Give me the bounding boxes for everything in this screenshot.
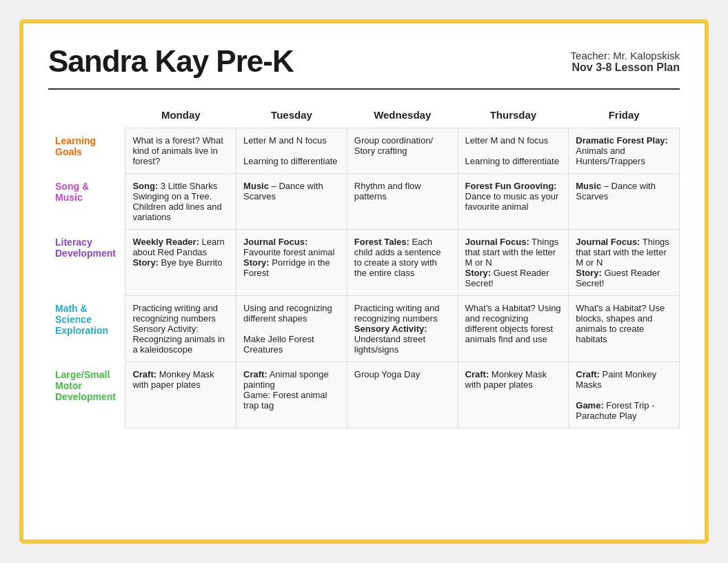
cell-r4-c4: Craft: Paint Monkey MasksGame: Forest Tr… (569, 362, 680, 428)
cell-r2-c3: Journal Focus: Things that start with th… (458, 230, 569, 296)
row-label-0: Learning Goals (48, 128, 125, 174)
row-label-text-2: Literacy Development (55, 237, 116, 259)
table-row-3: Math & Science ExplorationPracticing wri… (48, 296, 680, 362)
cell-r3-c0: Practicing writing and recognizing numbe… (125, 296, 236, 362)
cell-r2-c0: Weekly Reader: Learn about Red PandasSto… (125, 230, 236, 296)
cell-r4-c1: Craft: Animal sponge paintingGame: Fores… (236, 362, 347, 428)
row-label-text-4: Large/Small Motor Development (55, 369, 116, 402)
cell-r2-c1: Journal Focus: Favourite forest animalSt… (236, 230, 347, 296)
cell-r1-c0: Song: 3 Little Sharks Swinging on a Tree… (125, 174, 236, 230)
page: Sandra Kay Pre-K Teacher: Mr. Kalopskisk… (19, 19, 709, 544)
cell-r1-c2: Rhythm and flow patterns (347, 174, 458, 230)
lesson-plan-label: Nov 3-8 Lesson Plan (571, 61, 680, 74)
cell-r4-c2: Group Yoga Day (347, 362, 458, 428)
table-row-1: Song & MusicSong: 3 Little Sharks Swingi… (48, 174, 680, 230)
cell-r3-c1: Using and recognizing different shapesMa… (236, 296, 347, 362)
header: Sandra Kay Pre-K Teacher: Mr. Kalopskisk… (48, 44, 680, 90)
row-label-text-0: Learning Goals (55, 135, 96, 157)
row-label-1: Song & Music (48, 174, 125, 230)
cell-r1-c4: Music – Dance with Scarves (569, 174, 680, 230)
cell-r0-c3: Letter M and N focusLearning to differen… (458, 128, 569, 174)
cell-r3-c2: Practicing writing and recognizing numbe… (347, 296, 458, 362)
lesson-table: Monday Tuesday Wednesday Thursday Friday… (48, 103, 680, 428)
teacher-label: Teacher: Mr. Kalopskisk (571, 50, 680, 61)
row-label-text-3: Math & Science Exploration (55, 303, 108, 336)
cell-r0-c2: Group coordination/ Story crafting (347, 128, 458, 174)
cell-r2-c2: Forest Tales: Each child adds a sentence… (347, 230, 458, 296)
col-header-monday: Monday (125, 103, 236, 128)
lesson-table-wrap: Monday Tuesday Wednesday Thursday Friday… (48, 103, 680, 428)
cell-r2-c4: Journal Focus: Things that start with th… (569, 230, 680, 296)
cell-r1-c3: Forest Fun Grooving: Dance to music as y… (458, 174, 569, 230)
col-header-tuesday: Tuesday (236, 103, 347, 128)
row-label-text-1: Song & Music (55, 181, 89, 203)
row-label-2: Literacy Development (48, 230, 125, 296)
row-label-4: Large/Small Motor Development (48, 362, 125, 428)
teacher-info: Teacher: Mr. Kalopskisk Nov 3-8 Lesson P… (571, 44, 680, 74)
cell-r0-c4: Dramatic Forest Play: Animals and Hunter… (569, 128, 680, 174)
cell-r0-c1: Letter M and N focusLearning to differen… (236, 128, 347, 174)
cell-r1-c1: Music – Dance with Scarves (236, 174, 347, 230)
table-row-0: Learning GoalsWhat is a forest? What kin… (48, 128, 680, 174)
cell-r4-c3: Craft: Monkey Mask with paper plates (458, 362, 569, 428)
col-header-friday: Friday (569, 103, 680, 128)
cell-r3-c3: What's a Habitat? Using and recognizing … (458, 296, 569, 362)
table-row-4: Large/Small Motor DevelopmentCraft: Monk… (48, 362, 680, 428)
col-header-wednesday: Wednesday (347, 103, 458, 128)
col-header-empty (48, 103, 125, 128)
cell-r4-c0: Craft: Monkey Mask with paper plates (125, 362, 236, 428)
table-row-2: Literacy DevelopmentWeekly Reader: Learn… (48, 230, 680, 296)
row-label-3: Math & Science Exploration (48, 296, 125, 362)
school-name: Sandra Kay Pre-K (48, 44, 294, 79)
col-header-thursday: Thursday (458, 103, 569, 128)
cell-r3-c4: What's a Habitat? Use blocks, shapes and… (569, 296, 680, 362)
cell-r0-c0: What is a forest? What kind of animals l… (125, 128, 236, 174)
